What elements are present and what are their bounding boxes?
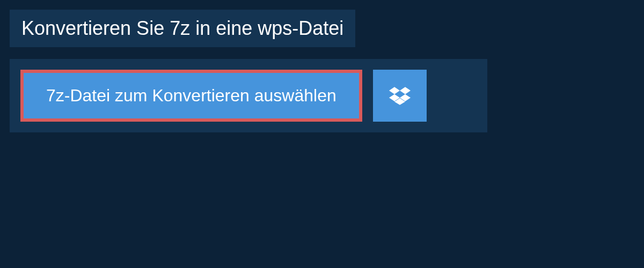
main-container: Konvertieren Sie 7z in eine wps-Datei 7z…: [0, 0, 644, 132]
page-title: Konvertieren Sie 7z in eine wps-Datei: [21, 17, 343, 40]
upload-panel: 7z-Datei zum Konvertieren auswählen: [10, 59, 487, 132]
select-file-button[interactable]: 7z-Datei zum Konvertieren auswählen: [24, 73, 359, 118]
dropbox-icon: [389, 85, 411, 107]
select-file-highlight: 7z-Datei zum Konvertieren auswählen: [20, 70, 362, 122]
dropbox-button[interactable]: [373, 70, 427, 122]
title-bar: Konvertieren Sie 7z in eine wps-Datei: [10, 10, 355, 47]
